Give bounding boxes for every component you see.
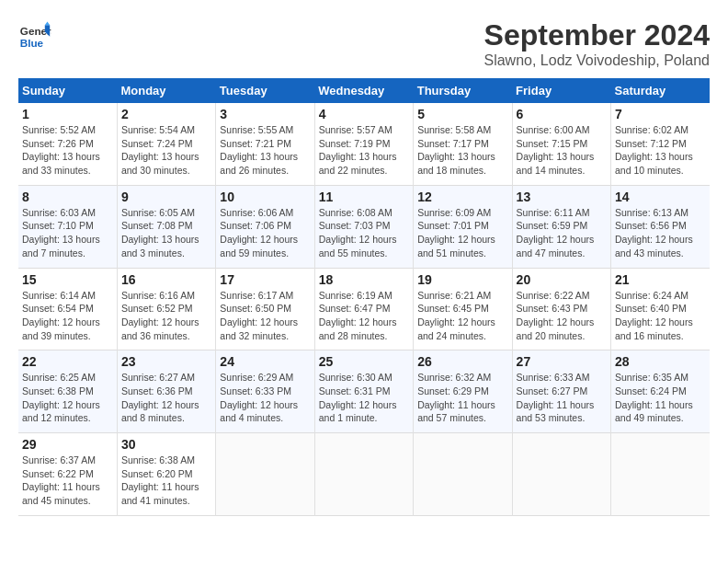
calendar-cell: 14Sunrise: 6:13 AM Sunset: 6:56 PM Dayli… [611, 185, 710, 268]
day-info: Sunrise: 6:27 AM Sunset: 6:36 PM Dayligh… [121, 371, 211, 425]
calendar-week-4: 22Sunrise: 6:25 AM Sunset: 6:38 PM Dayli… [18, 350, 710, 433]
calendar-cell: 8Sunrise: 6:03 AM Sunset: 7:10 PM Daylig… [18, 185, 117, 268]
calendar-cell [314, 433, 413, 516]
calendar-cell: 3Sunrise: 5:55 AM Sunset: 7:21 PM Daylig… [216, 103, 314, 185]
day-info: Sunrise: 6:16 AM Sunset: 6:52 PM Dayligh… [121, 289, 211, 343]
calendar-cell: 2Sunrise: 5:54 AM Sunset: 7:24 PM Daylig… [117, 103, 215, 185]
calendar-cell: 15Sunrise: 6:14 AM Sunset: 6:54 PM Dayli… [18, 268, 117, 350]
calendar-cell: 10Sunrise: 6:06 AM Sunset: 7:06 PM Dayli… [216, 185, 314, 268]
day-number: 15 [22, 272, 113, 287]
day-info: Sunrise: 6:22 AM Sunset: 6:43 PM Dayligh… [517, 289, 607, 343]
calendar-cell: 5Sunrise: 5:58 AM Sunset: 7:17 PM Daylig… [414, 103, 512, 185]
calendar-cell: 20Sunrise: 6:22 AM Sunset: 6:43 PM Dayli… [512, 268, 610, 350]
calendar-cell: 18Sunrise: 6:19 AM Sunset: 6:47 PM Dayli… [314, 268, 413, 350]
day-info: Sunrise: 6:06 AM Sunset: 7:06 PM Dayligh… [220, 206, 310, 260]
calendar-cell: 28Sunrise: 6:35 AM Sunset: 6:24 PM Dayli… [611, 350, 710, 433]
day-info: Sunrise: 6:19 AM Sunset: 6:47 PM Dayligh… [319, 289, 409, 343]
day-info: Sunrise: 6:21 AM Sunset: 6:45 PM Dayligh… [417, 289, 507, 343]
calendar-cell: 16Sunrise: 6:16 AM Sunset: 6:52 PM Dayli… [117, 268, 215, 350]
day-number: 27 [517, 354, 607, 369]
day-number: 12 [417, 190, 507, 204]
calendar-cell: 17Sunrise: 6:17 AM Sunset: 6:50 PM Dayli… [216, 268, 314, 350]
calendar-week-2: 8Sunrise: 6:03 AM Sunset: 7:10 PM Daylig… [18, 185, 710, 268]
calendar-cell [414, 433, 512, 516]
svg-marker-3 [45, 22, 50, 26]
weekday-header-wednesday: Wednesday [314, 78, 413, 103]
day-number: 29 [22, 437, 113, 452]
day-info: Sunrise: 6:35 AM Sunset: 6:24 PM Dayligh… [615, 371, 706, 425]
day-info: Sunrise: 6:24 AM Sunset: 6:40 PM Dayligh… [615, 289, 706, 343]
day-info: Sunrise: 6:14 AM Sunset: 6:54 PM Dayligh… [22, 289, 113, 343]
calendar-table: SundayMondayTuesdayWednesdayThursdayFrid… [18, 78, 710, 516]
day-number: 19 [417, 272, 507, 287]
day-info: Sunrise: 5:52 AM Sunset: 7:26 PM Dayligh… [22, 123, 113, 178]
day-info: Sunrise: 6:32 AM Sunset: 6:29 PM Dayligh… [417, 371, 507, 425]
day-number: 21 [615, 272, 706, 287]
day-number: 30 [121, 437, 211, 452]
calendar-cell: 19Sunrise: 6:21 AM Sunset: 6:45 PM Dayli… [414, 268, 512, 350]
calendar-cell: 24Sunrise: 6:29 AM Sunset: 6:33 PM Dayli… [216, 350, 314, 433]
day-number: 23 [121, 354, 211, 369]
weekday-header-row: SundayMondayTuesdayWednesdayThursdayFrid… [18, 78, 710, 103]
calendar-cell: 30Sunrise: 6:38 AM Sunset: 6:20 PM Dayli… [117, 433, 215, 516]
calendar-cell: 1Sunrise: 5:52 AM Sunset: 7:26 PM Daylig… [18, 103, 117, 185]
weekday-header-monday: Monday [117, 78, 215, 103]
calendar-cell [611, 433, 710, 516]
day-number: 4 [319, 107, 409, 121]
day-number: 13 [517, 190, 607, 204]
day-number: 20 [517, 272, 607, 287]
weekday-header-friday: Friday [512, 78, 610, 103]
logo: General Blue [18, 18, 51, 52]
day-number: 28 [615, 354, 706, 369]
day-number: 6 [517, 107, 607, 121]
calendar-cell: 4Sunrise: 5:57 AM Sunset: 7:19 PM Daylig… [314, 103, 413, 185]
day-info: Sunrise: 6:30 AM Sunset: 6:31 PM Dayligh… [319, 371, 409, 425]
calendar-week-3: 15Sunrise: 6:14 AM Sunset: 6:54 PM Dayli… [18, 268, 710, 350]
calendar-cell: 22Sunrise: 6:25 AM Sunset: 6:38 PM Dayli… [18, 350, 117, 433]
day-number: 11 [319, 190, 409, 204]
calendar-cell: 26Sunrise: 6:32 AM Sunset: 6:29 PM Dayli… [414, 350, 512, 433]
day-number: 10 [220, 190, 310, 204]
calendar-cell: 29Sunrise: 6:37 AM Sunset: 6:22 PM Dayli… [18, 433, 117, 516]
calendar-cell: 9Sunrise: 6:05 AM Sunset: 7:08 PM Daylig… [117, 185, 215, 268]
day-info: Sunrise: 5:57 AM Sunset: 7:19 PM Dayligh… [319, 123, 409, 178]
day-number: 2 [121, 107, 211, 121]
day-info: Sunrise: 6:25 AM Sunset: 6:38 PM Dayligh… [22, 371, 113, 425]
calendar-cell: 12Sunrise: 6:09 AM Sunset: 7:01 PM Dayli… [414, 185, 512, 268]
day-info: Sunrise: 6:13 AM Sunset: 6:56 PM Dayligh… [615, 206, 706, 260]
day-info: Sunrise: 5:54 AM Sunset: 7:24 PM Dayligh… [121, 123, 211, 178]
day-number: 9 [121, 190, 211, 204]
day-number: 1 [22, 107, 113, 121]
day-number: 14 [615, 190, 706, 204]
day-number: 18 [319, 272, 409, 287]
day-info: Sunrise: 6:09 AM Sunset: 7:01 PM Dayligh… [417, 206, 507, 260]
day-info: Sunrise: 6:11 AM Sunset: 6:59 PM Dayligh… [517, 206, 607, 260]
day-info: Sunrise: 6:29 AM Sunset: 6:33 PM Dayligh… [220, 371, 310, 425]
day-info: Sunrise: 6:17 AM Sunset: 6:50 PM Dayligh… [220, 289, 310, 343]
day-number: 26 [417, 354, 507, 369]
weekday-header-saturday: Saturday [611, 78, 710, 103]
day-number: 5 [417, 107, 507, 121]
day-info: Sunrise: 5:55 AM Sunset: 7:21 PM Dayligh… [220, 123, 310, 178]
header: General Blue September 2024 Slawno, Lodz… [18, 18, 710, 69]
calendar-cell: 27Sunrise: 6:33 AM Sunset: 6:27 PM Dayli… [512, 350, 610, 433]
day-number: 17 [220, 272, 310, 287]
day-info: Sunrise: 6:00 AM Sunset: 7:15 PM Dayligh… [517, 123, 607, 178]
weekday-header-tuesday: Tuesday [216, 78, 314, 103]
calendar-cell: 11Sunrise: 6:08 AM Sunset: 7:03 PM Dayli… [314, 185, 413, 268]
weekday-header-thursday: Thursday [414, 78, 512, 103]
day-info: Sunrise: 6:08 AM Sunset: 7:03 PM Dayligh… [319, 206, 409, 260]
day-info: Sunrise: 6:37 AM Sunset: 6:22 PM Dayligh… [22, 454, 113, 508]
day-number: 7 [615, 107, 706, 121]
day-info: Sunrise: 6:02 AM Sunset: 7:12 PM Dayligh… [615, 123, 706, 178]
day-info: Sunrise: 6:33 AM Sunset: 6:27 PM Dayligh… [517, 371, 607, 425]
calendar-week-5: 29Sunrise: 6:37 AM Sunset: 6:22 PM Dayli… [18, 433, 710, 516]
day-info: Sunrise: 5:58 AM Sunset: 7:17 PM Dayligh… [417, 123, 507, 178]
calendar-week-1: 1Sunrise: 5:52 AM Sunset: 7:26 PM Daylig… [18, 103, 710, 185]
calendar-cell [512, 433, 610, 516]
day-number: 8 [22, 190, 113, 204]
calendar-cell: 21Sunrise: 6:24 AM Sunset: 6:40 PM Dayli… [611, 268, 710, 350]
calendar-cell: 23Sunrise: 6:27 AM Sunset: 6:36 PM Dayli… [117, 350, 215, 433]
title-area: September 2024 Slawno, Lodz Voivodeship,… [483, 18, 710, 69]
day-number: 24 [220, 354, 310, 369]
